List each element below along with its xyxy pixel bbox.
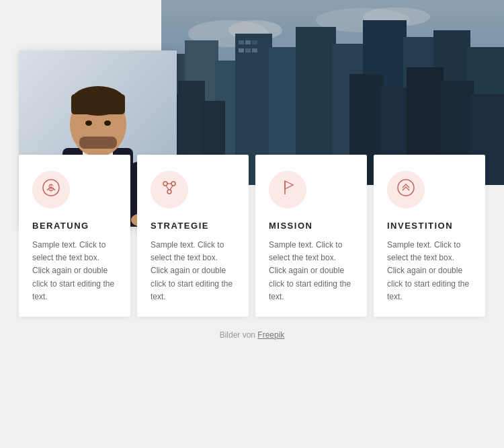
svg-point-62 [398, 180, 414, 196]
investment-icon [396, 178, 415, 201]
svg-point-41 [104, 120, 111, 126]
svg-line-57 [166, 186, 169, 190]
card-investition: INVESTITION Sample text. Click to select… [374, 155, 485, 317]
card-title-investition: INVESTITION [387, 221, 472, 231]
card-mission: MISSION Sample text. Click to select the… [255, 155, 367, 317]
icon-wrapper-investition [387, 171, 425, 209]
card-title-beratung: BERATUNG [32, 221, 117, 231]
svg-point-55 [167, 190, 171, 194]
footer-credits: Bilder von Freepik [0, 330, 504, 340]
svg-rect-42 [79, 137, 117, 149]
svg-point-40 [85, 120, 92, 126]
card-text-investition: Sample text. Click to select the text bo… [387, 239, 472, 303]
icon-wrapper-beratung: $ [32, 171, 70, 209]
svg-rect-39 [71, 94, 125, 114]
credits-text: Bilder von [220, 330, 255, 340]
svg-point-54 [171, 182, 175, 186]
freepik-link[interactable]: Freepik [257, 330, 284, 340]
card-text-strategie: Sample text. Click to select the text bo… [151, 239, 235, 303]
money-circle-icon: $ [42, 178, 60, 201]
card-title-strategie: STRATEGIE [151, 221, 235, 231]
svg-point-53 [163, 182, 167, 186]
card-beratung: $ BERATUNG Sample text. Click to select … [19, 155, 130, 317]
icon-wrapper-mission [269, 171, 306, 209]
card-text-beratung: Sample text. Click to select the text bo… [32, 239, 117, 303]
page-wrapper: $ BERATUNG Sample text. Click to select … [0, 0, 504, 353]
card-title-mission: MISSION [269, 221, 353, 231]
strategy-icon [160, 178, 179, 201]
svg-marker-61 [285, 181, 293, 189]
card-text-mission: Sample text. Click to select the text bo… [269, 239, 353, 303]
cards-row: $ BERATUNG Sample text. Click to select … [0, 155, 504, 317]
icon-wrapper-strategie [151, 171, 188, 209]
flag-icon [278, 178, 297, 201]
card-strategie: STRATEGIE Sample text. Click to select t… [137, 155, 249, 317]
